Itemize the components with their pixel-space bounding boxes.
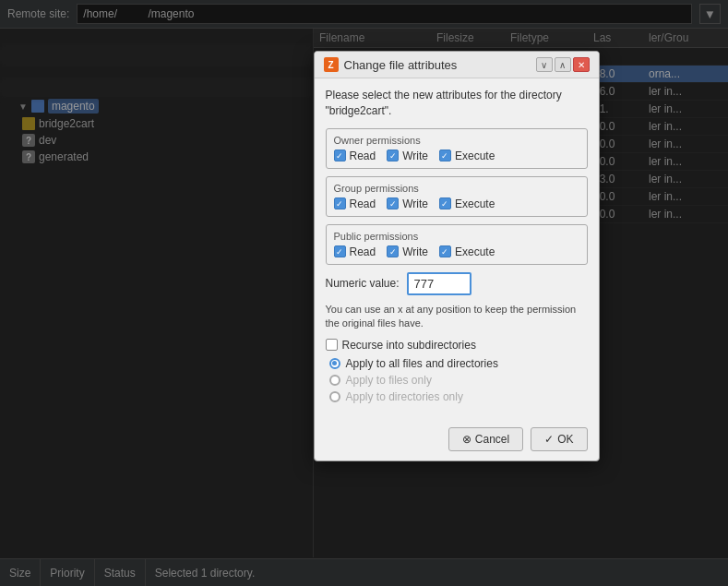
cancel-button[interactable]: ⊗ Cancel (448, 427, 523, 451)
owner-execute-check[interactable]: Execute (439, 149, 495, 162)
cancel-label: Cancel (475, 433, 509, 446)
radio-row-files[interactable]: Apply to files only (329, 374, 588, 387)
ok-icon: ✓ (544, 433, 554, 446)
radio-all[interactable] (329, 358, 340, 369)
dialog-app-icon: Z (324, 57, 339, 72)
public-read-checkbox[interactable] (334, 245, 346, 257)
owner-permissions-group: Owner permissions Read Write Execute (326, 128, 588, 169)
radio-row-all[interactable]: Apply to all files and directories (329, 357, 588, 370)
group-permissions-label: Group permissions (334, 183, 579, 194)
dialog-close-btn[interactable]: ✕ (573, 57, 590, 72)
public-checkboxes: Read Write Execute (334, 245, 579, 258)
radio-row-dirs[interactable]: Apply to directories only (329, 390, 588, 403)
numeric-label: Numeric value: (326, 277, 400, 290)
group-write-label: Write (402, 197, 428, 210)
public-execute-checkbox[interactable] (439, 245, 451, 257)
recurse-label: Recurse into subdirectories (342, 339, 476, 352)
radio-group: Apply to all files and directories Apply… (326, 357, 588, 403)
group-execute-label: Execute (455, 197, 495, 210)
owner-write-checkbox[interactable] (387, 149, 399, 161)
group-write-check[interactable]: Write (387, 197, 428, 210)
radio-all-label: Apply to all files and directories (346, 357, 498, 370)
group-checkboxes: Read Write Execute (334, 197, 579, 210)
dialog-title: Change file attributes (344, 58, 531, 72)
radio-dirs[interactable] (329, 391, 340, 402)
public-write-label: Write (402, 245, 428, 258)
public-write-check[interactable]: Write (387, 245, 428, 258)
public-permissions-group: Public permissions Read Write Execute (326, 224, 588, 265)
group-read-label: Read (350, 197, 376, 210)
owner-checkboxes: Read Write Execute (334, 149, 579, 162)
numeric-row: Numeric value: (326, 272, 588, 295)
group-execute-checkbox[interactable] (439, 197, 451, 209)
public-write-checkbox[interactable] (387, 245, 399, 257)
info-text: You can use an x at any position to keep… (326, 303, 588, 331)
group-read-check[interactable]: Read (334, 197, 376, 210)
public-permissions-label: Public permissions (334, 231, 579, 242)
dialog-restore-btn[interactable]: ∧ (555, 57, 571, 72)
public-execute-check[interactable]: Execute (439, 245, 495, 258)
owner-execute-checkbox[interactable] (439, 149, 451, 161)
group-execute-check[interactable]: Execute (439, 197, 495, 210)
cancel-icon: ⊗ (462, 433, 471, 446)
radio-files[interactable] (329, 375, 340, 386)
owner-permissions-label: Owner permissions (334, 135, 579, 146)
dialog-minimize-btn[interactable]: ∨ (536, 57, 553, 72)
change-attributes-dialog: Z Change file attributes ∨ ∧ ✕ Please se… (314, 51, 600, 460)
owner-read-check[interactable]: Read (334, 149, 376, 162)
public-read-check[interactable]: Read (334, 245, 376, 258)
recurse-row[interactable]: Recurse into subdirectories (326, 339, 588, 352)
group-write-checkbox[interactable] (387, 197, 399, 209)
public-execute-label: Execute (455, 245, 495, 258)
group-read-checkbox[interactable] (334, 197, 346, 209)
owner-write-check[interactable]: Write (387, 149, 428, 162)
owner-read-label: Read (350, 149, 376, 162)
owner-write-label: Write (402, 149, 428, 162)
owner-execute-label: Execute (455, 149, 495, 162)
public-read-label: Read (350, 245, 376, 258)
dialog-body: Please select the new attributes for the… (315, 78, 599, 421)
group-permissions-group: Group permissions Read Write Execute (326, 176, 588, 217)
dialog-titlebar: Z Change file attributes ∨ ∧ ✕ (315, 52, 599, 78)
ok-label: OK (557, 433, 573, 446)
recurse-checkbox[interactable] (326, 339, 338, 351)
dialog-overlay: Z Change file attributes ∨ ∧ ✕ Please se… (0, 0, 728, 586)
dialog-footer: ⊗ Cancel ✓ OK (315, 422, 599, 460)
dialog-title-buttons: ∨ ∧ ✕ (536, 57, 590, 72)
ok-button[interactable]: ✓ OK (531, 427, 587, 451)
radio-dirs-label: Apply to directories only (346, 390, 463, 403)
owner-read-checkbox[interactable] (334, 149, 346, 161)
dialog-description: Please select the new attributes for the… (326, 88, 588, 119)
numeric-input[interactable] (407, 272, 471, 295)
radio-files-label: Apply to files only (346, 374, 432, 387)
